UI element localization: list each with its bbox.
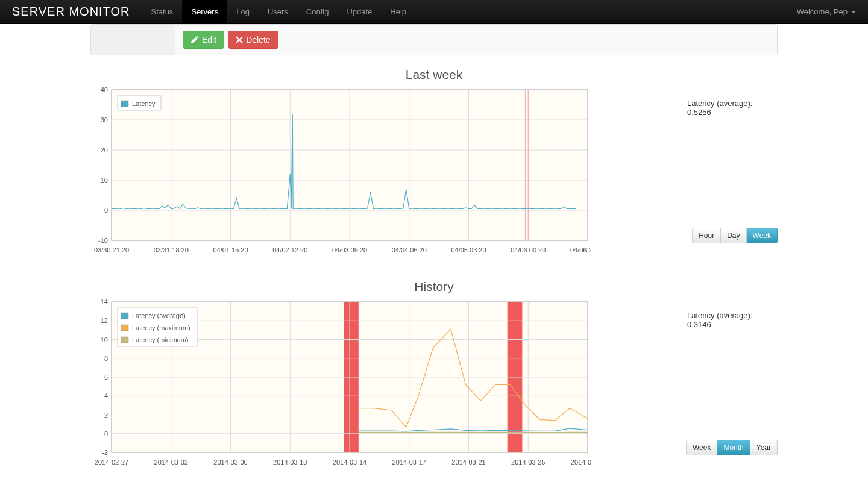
range-buttons-1: HourDayWeek [692, 228, 778, 243]
range-day-button[interactable]: Day [721, 228, 746, 243]
svg-text:14: 14 [101, 299, 108, 305]
edit-button[interactable]: Edit [183, 31, 224, 49]
range-month-button[interactable]: Month [717, 440, 750, 455]
svg-text:4: 4 [104, 392, 108, 399]
delete-button[interactable]: Delete [228, 31, 278, 49]
range-buttons-2: WeekMonthYear [686, 440, 778, 455]
chart-title: Last week [90, 67, 778, 82]
svg-text:Latency: Latency [132, 100, 156, 107]
svg-text:03/31 18:20: 03/31 18:20 [154, 246, 189, 254]
svg-text:12: 12 [101, 317, 108, 324]
svg-rect-78 [121, 313, 128, 319]
chart-last-week: Last week 03/30 21:2003/31 18:2004/01 15… [90, 67, 778, 261]
nav-item-update[interactable]: Update [338, 0, 381, 23]
range-year-button[interactable]: Year [750, 440, 778, 455]
svg-text:0: 0 [104, 430, 108, 437]
svg-text:2014-03-25: 2014-03-25 [511, 458, 545, 466]
nav-item-config[interactable]: Config [297, 0, 338, 23]
svg-text:04/02 12:20: 04/02 12:20 [272, 246, 307, 254]
svg-text:10: 10 [101, 177, 108, 184]
svg-text:2014-03-14: 2014-03-14 [333, 458, 366, 466]
range-week-button[interactable]: Week [747, 228, 778, 243]
welcome-text: Welcome, Pep [797, 7, 848, 16]
edit-label: Edit [202, 35, 216, 45]
svg-text:Latency (average): Latency (average) [132, 312, 186, 319]
svg-text:2014-03-21: 2014-03-21 [451, 458, 485, 466]
svg-rect-80 [121, 325, 128, 331]
svg-text:Latency (minimum): Latency (minimum) [132, 336, 189, 343]
svg-text:8: 8 [104, 355, 108, 362]
close-icon [236, 36, 243, 43]
svg-text:2014-03-06: 2014-03-06 [213, 458, 247, 466]
brand: SERVER MONITOR [12, 5, 130, 19]
edit-icon [190, 36, 199, 44]
svg-text:2014-03-29: 2014-03-29 [571, 458, 591, 466]
chart-title: History [90, 280, 778, 294]
svg-text:04/06 21:20: 04/06 21:20 [570, 246, 591, 254]
svg-text:2: 2 [104, 411, 108, 419]
svg-text:2014-03-10: 2014-03-10 [273, 458, 307, 466]
svg-text:0: 0 [104, 207, 108, 214]
svg-text:2014-02-27: 2014-02-27 [95, 458, 128, 466]
action-bar-side [91, 25, 175, 55]
svg-text:20: 20 [101, 146, 108, 154]
action-bar: Edit Delete [90, 24, 778, 55]
navbar: SERVER MONITOR StatusServersLogUsersConf… [0, 0, 868, 24]
svg-text:04/06 00:20: 04/06 00:20 [511, 246, 546, 254]
range-hour-button[interactable]: Hour [692, 228, 721, 243]
svg-text:2014-03-02: 2014-03-02 [154, 458, 188, 466]
svg-text:Latency (maximum): Latency (maximum) [132, 324, 190, 331]
latency-average-label: Latency (average): 0.5256 [687, 99, 778, 117]
chart-canvas-1: 03/30 21:2003/31 18:2004/01 15:2004/02 1… [90, 87, 591, 261]
svg-text:04/05 03:20: 04/05 03:20 [451, 246, 486, 254]
nav-item-servers[interactable]: Servers [182, 0, 227, 23]
svg-text:04/04 06:20: 04/04 06:20 [392, 246, 427, 254]
nav-item-users[interactable]: Users [259, 0, 297, 23]
svg-rect-35 [121, 101, 128, 107]
svg-text:2014-03-17: 2014-03-17 [392, 458, 426, 466]
range-week-button[interactable]: Week [686, 440, 717, 455]
svg-text:30: 30 [101, 116, 108, 124]
svg-text:04/01 15:20: 04/01 15:20 [213, 246, 248, 254]
nav-items: StatusServersLogUsersConfigUpdateHelp [142, 0, 416, 23]
svg-text:6: 6 [104, 374, 108, 381]
nav-item-help[interactable]: Help [381, 0, 415, 23]
svg-text:40: 40 [101, 87, 108, 93]
svg-text:03/30 21:20: 03/30 21:20 [94, 246, 129, 254]
nav-item-log[interactable]: Log [227, 0, 259, 23]
user-menu[interactable]: Welcome, Pep [797, 7, 856, 16]
delete-label: Delete [246, 35, 270, 45]
chart-history: History 2014-02-272014-03-022014-03-0620… [90, 280, 778, 474]
svg-rect-82 [121, 337, 128, 343]
chevron-down-icon [851, 11, 856, 13]
latency-average-label: Latency (average): 0.3146 [687, 311, 778, 329]
svg-text:-10: -10 [98, 237, 108, 244]
svg-text:04/03 09:20: 04/03 09:20 [332, 246, 367, 254]
svg-text:10: 10 [101, 336, 108, 343]
chart-canvas-2: 2014-02-272014-03-022014-03-062014-03-10… [90, 299, 591, 474]
svg-text:-2: -2 [102, 449, 108, 456]
nav-item-status[interactable]: Status [142, 0, 183, 23]
